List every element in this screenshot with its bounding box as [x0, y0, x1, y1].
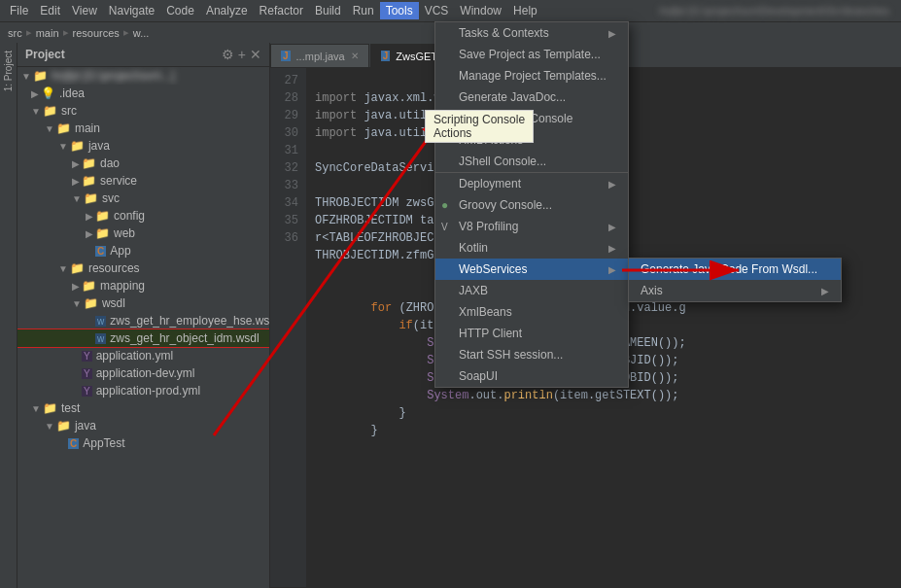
src-label: src [61, 104, 77, 118]
menu-tools[interactable]: Tools [380, 2, 419, 19]
expand-java[interactable]: ▼ [58, 141, 68, 152]
expand-service[interactable]: ▶ [72, 176, 80, 187]
tree-item-main[interactable]: ▼ 📁 main [17, 120, 269, 137]
expand-testjava[interactable]: ▼ [45, 421, 54, 432]
tree-item-app[interactable]: ▶ C App [17, 242, 269, 259]
menu-window[interactable]: Window [454, 2, 507, 19]
menu-groovy[interactable]: ● Groovy Console... [435, 194, 628, 216]
tree-item-svc[interactable]: ▼ 📁 svc [17, 190, 269, 207]
breadcrumb-main[interactable]: main [36, 27, 59, 39]
deployment-label: Deployment [459, 177, 521, 190]
menu-refactor[interactable]: Refactor [254, 2, 309, 19]
test-label: test [61, 401, 80, 415]
expand-dao[interactable]: ▶ [72, 158, 80, 169]
tree-item-devyml[interactable]: ▶ Y application-dev.yml [17, 364, 269, 382]
service-label: service [100, 174, 137, 188]
sidebar-close-icon[interactable]: ✕ [250, 47, 261, 62]
menu-build[interactable]: Build [309, 2, 347, 19]
expand-config[interactable]: ▶ [86, 211, 93, 222]
menu-bar: File Edit View Navigate Code Analyze Ref… [0, 0, 901, 21]
jaxb-label: JAXB [459, 284, 488, 297]
root-label: hnjfpt [G:\project\svn\...] [52, 69, 175, 83]
tree-item-testjava[interactable]: ▼ 📁 java [17, 417, 269, 434]
project-panel-label[interactable]: 1: Project [3, 51, 14, 91]
menu-gen-javadoc[interactable]: Generate JavaDoc... [435, 86, 628, 108]
menu-vcs[interactable]: VCS [419, 2, 455, 19]
tree-item-prodyml[interactable]: ▶ Y application-prod.yml [17, 382, 269, 399]
expand-idea[interactable]: ▶ [31, 88, 39, 99]
tab-mpl-close[interactable]: ✕ [351, 51, 359, 61]
tree-item-resources[interactable]: ▼ 📁 resources [17, 259, 269, 277]
menu-edit[interactable]: Edit [34, 2, 66, 19]
breadcrumb-resources[interactable]: resources [73, 27, 120, 39]
project-path: hnjfpt [G:\project\svn\Development\Src\b… [659, 5, 897, 17]
breadcrumb-src[interactable]: src [8, 27, 22, 39]
sidebar-expand-icon[interactable]: + [238, 47, 246, 62]
menu-analyze[interactable]: Analyze [200, 2, 254, 19]
menu-http-client[interactable]: HTTP Client [435, 323, 628, 344]
menu-jaxb[interactable]: JAXB [435, 280, 628, 301]
tree-item-web[interactable]: ▶ 📁 web [17, 225, 269, 242]
expand-web[interactable]: ▶ [86, 228, 93, 239]
tree-item-wsdl-folder[interactable]: ▼ 📁 wsdl [17, 294, 269, 312]
groovy-icon: ● [441, 198, 448, 212]
tree-item-src[interactable]: ▼ 📁 src [17, 102, 269, 120]
wsdl-folder-icon: 📁 [84, 296, 98, 310]
menu-webservices[interactable]: WebServices ▶ Generate Java Code From Ws… [435, 259, 628, 280]
menu-v8-profiling[interactable]: V V8 Profiling ▶ [435, 216, 628, 237]
tab-mpl-label: ...mpl.java [296, 51, 345, 62]
menu-jshell[interactable]: JShell Console... [435, 151, 628, 172]
expand-svc[interactable]: ▼ [72, 193, 82, 204]
main-layout: 1: Project Project ⚙ + ✕ ▼ 📁 hnjfpt [G:\… [0, 43, 901, 588]
dao-label: dao [100, 156, 120, 170]
menu-soapui[interactable]: SoapUI [435, 365, 628, 387]
breadcrumb-w[interactable]: w... [133, 27, 150, 39]
expand-main[interactable]: ▼ [45, 123, 54, 134]
expand-arrow[interactable]: ▼ [21, 71, 31, 82]
left-panel-strip[interactable]: 1: Project [0, 43, 17, 588]
submenu-axis[interactable]: Axis ▶ [629, 280, 841, 301]
menu-xmlbeans[interactable]: XmlBeans [435, 301, 628, 323]
menu-help[interactable]: Help [507, 2, 543, 19]
tree-root-path[interactable]: ▼ 📁 hnjfpt [G:\project\svn\...] [17, 67, 269, 85]
tree-item-service[interactable]: ▶ 📁 service [17, 172, 269, 190]
tree-item-java[interactable]: ▼ 📁 java [17, 137, 269, 155]
menu-navigate[interactable]: Navigate [103, 2, 160, 19]
menu-ssh[interactable]: Start SSH session... [435, 344, 628, 365]
menu-view[interactable]: View [66, 2, 103, 19]
config-label: config [114, 209, 145, 223]
menu-code[interactable]: Code [160, 2, 200, 19]
sidebar-settings-icon[interactable]: ⚙ [222, 47, 234, 62]
tree-item-mapping[interactable]: ▶ 📁 mapping [17, 277, 269, 294]
menu-file[interactable]: File [4, 2, 34, 19]
prodyml-label: application-prod.yml [96, 384, 200, 398]
menu-run[interactable]: Run [347, 2, 380, 19]
menu-deployment[interactable]: Deployment ▶ [435, 172, 628, 194]
menu-manage-templates[interactable]: Manage Project Templates... [435, 65, 628, 86]
expand-resources[interactable]: ▼ [58, 263, 68, 274]
submenu-gen-wsdl[interactable]: Generate Java Code From Wsdl... [629, 259, 841, 280]
tree-item-apptest[interactable]: ▶ C AppTest [17, 434, 269, 452]
save-template-label: Save Project as Template... [459, 48, 601, 61]
menu-save-template[interactable]: Save Project as Template... [435, 44, 628, 65]
tab-mpl-java[interactable]: J ...mpl.java ✕ [270, 44, 369, 67]
http-client-label: HTTP Client [459, 327, 522, 340]
menu-xml-actions[interactable]: XML Actions [435, 129, 628, 151]
tree-item-dao[interactable]: ▶ 📁 dao [17, 155, 269, 172]
soapui-label: SoapUI [459, 369, 498, 383]
expand-test[interactable]: ▼ [31, 403, 41, 414]
tree-item-appyml[interactable]: ▶ Y application.yml [17, 347, 269, 364]
xml-actions-label: XML Actions [459, 133, 523, 147]
expand-src[interactable]: ▼ [31, 106, 41, 117]
expand-mapping[interactable]: ▶ [72, 281, 80, 292]
svc-icon: 📁 [84, 191, 98, 205]
tree-item-config[interactable]: ▶ 📁 config [17, 207, 269, 225]
menu-ide-scripting[interactable]: IDE Scripting Console [435, 108, 628, 129]
tree-item-wsdl1[interactable]: ▶ w zws_get_hr_employee_hse.wsdl [17, 312, 269, 329]
tree-item-test[interactable]: ▼ 📁 test [17, 399, 269, 417]
tree-item-wsdl2[interactable]: ▶ w zws_get_hr_object_idm.wsdl [17, 329, 269, 347]
expand-wsdl-folder[interactable]: ▼ [72, 298, 82, 309]
tree-item-idea[interactable]: ▶ 💡 .idea [17, 85, 269, 102]
menu-kotlin[interactable]: Kotlin ▶ [435, 237, 628, 259]
wsdl1-label: zws_get_hr_employee_hse.wsdl [110, 314, 269, 328]
